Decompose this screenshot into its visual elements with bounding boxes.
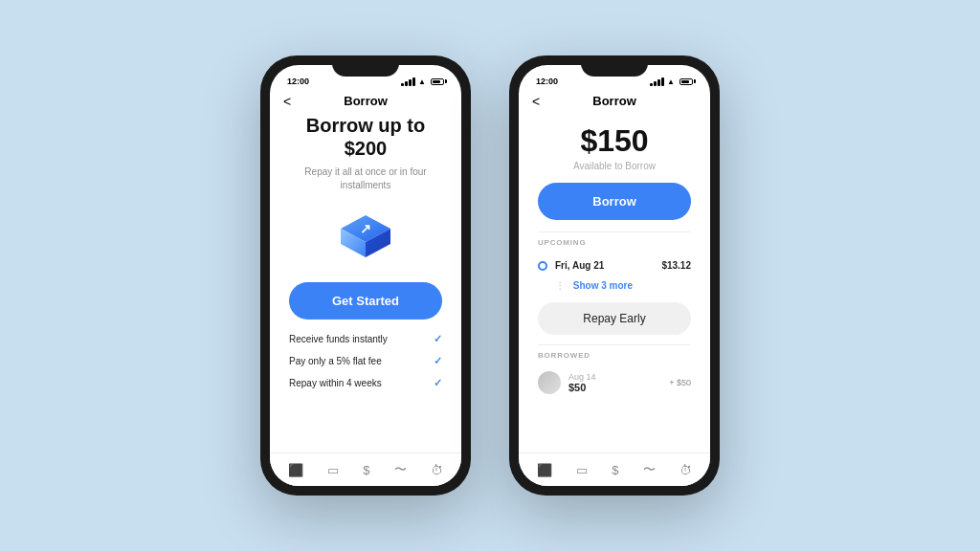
phone-1-screen: 12:00 ▲ < Borrow Borrow up to $200 [270, 65, 461, 486]
tab-card-1[interactable]: ▭ [327, 463, 339, 477]
nav-bar-2: < Borrow [519, 90, 710, 114]
borrow-subtext: Repay it all at once or in four installm… [289, 165, 442, 192]
borrow-arrow-icon: ↗ [335, 206, 396, 267]
tab-clock-1[interactable]: ⏱ [431, 463, 443, 477]
feature-check-3: ✓ [434, 377, 442, 389]
feature-label-3: Repay within 4 weeks [289, 378, 382, 388]
tab-chart-1[interactable]: 〜 [394, 461, 407, 478]
borrowed-date: Aug 14 [568, 372, 596, 382]
battery-fill-2 [681, 80, 689, 83]
borrow-amount: $150 [538, 123, 691, 159]
tab-chart-2[interactable]: 〜 [643, 461, 656, 478]
status-icons-1: ▲ [401, 77, 444, 86]
battery-icon-1 [431, 78, 444, 85]
back-button-2[interactable]: < [532, 94, 540, 109]
signal-3 [409, 79, 412, 86]
borrowed-label: BORROWED [519, 345, 710, 365]
borrowed-item: Aug 14 $50 + $50 [519, 365, 710, 400]
battery-fill-1 [433, 80, 440, 83]
signal-2-2 [654, 81, 657, 86]
borrowed-avatar [538, 371, 561, 394]
tab-bar-1: ⬛ ▭ $ 〜 ⏱ [270, 452, 461, 486]
phone-2: 12:00 ▲ < Borrow $150 Available [509, 55, 720, 496]
amount-section: $150 Available to Borrow [519, 114, 710, 183]
signal-2-1 [650, 83, 653, 86]
tab-clock-2[interactable]: ⏱ [679, 463, 692, 477]
borrowed-info: Aug 14 $50 [568, 372, 596, 393]
icon-arrow-symbol: ↗ [360, 221, 371, 236]
feature-label-2: Pay only a 5% flat fee [289, 356, 382, 366]
borrow-button[interactable]: Borrow [538, 183, 691, 220]
borrowed-left: Aug 14 $50 [538, 371, 596, 394]
show-more-text: Show 3 more [573, 280, 633, 291]
back-button-1[interactable]: < [283, 94, 291, 109]
status-icons-2: ▲ [650, 77, 693, 86]
signal-4 [412, 77, 415, 86]
signal-2-3 [657, 79, 660, 86]
upcoming-label: UPCOMING [519, 232, 710, 253]
tab-dollar-1[interactable]: $ [363, 463, 369, 477]
wifi-icon-1: ▲ [418, 77, 426, 86]
feature-label-1: Receive funds instantly [289, 334, 388, 344]
phone-1: 12:00 ▲ < Borrow Borrow up to $200 [260, 55, 471, 496]
wifi-icon-2: ▲ [667, 77, 675, 86]
tab-bar-2: ⬛ ▭ $ 〜 ⏱ [519, 452, 710, 486]
get-started-button[interactable]: Get Started [289, 282, 442, 320]
borrow-icon-container: ↗ [335, 206, 396, 267]
tab-home-2[interactable]: ⬛ [537, 463, 552, 477]
borrow-heading: Borrow up to $200 [289, 114, 442, 160]
signal-2 [405, 81, 408, 86]
dots-icon: ⋮ [555, 280, 565, 291]
upcoming-date: Fri, Aug 21 [555, 260, 604, 271]
borrow-btn-section: Borrow [519, 183, 710, 231]
nav-title-1: Borrow [344, 94, 388, 108]
signal-2-4 [661, 77, 664, 86]
notch-2 [581, 55, 648, 77]
borrowed-value: $50 [568, 382, 596, 393]
status-time-2: 12:00 [536, 77, 558, 86]
phone-2-screen: 12:00 ▲ < Borrow $150 Available [519, 65, 710, 486]
feature-list: Receive funds instantly ✓ Pay only a 5% … [289, 333, 442, 389]
nav-title-2: Borrow [592, 94, 636, 108]
signal-1 [401, 83, 404, 86]
feature-item-1: Receive funds instantly ✓ [289, 333, 442, 345]
tab-card-2[interactable]: ▭ [576, 463, 588, 477]
status-time-1: 12:00 [287, 77, 309, 86]
feature-item-3: Repay within 4 weeks ✓ [289, 377, 442, 389]
nav-bar-1: < Borrow [270, 90, 461, 114]
upcoming-item: Fri, Aug 21 $13.12 [519, 253, 710, 278]
phone1-content: Borrow up to $200 Repay it all at once o… [270, 114, 461, 452]
upcoming-amount: $13.12 [661, 260, 691, 271]
feature-check-2: ✓ [434, 355, 442, 367]
battery-icon-2 [679, 78, 693, 85]
repay-early-button[interactable]: Repay Early [538, 302, 691, 335]
tab-home-1[interactable]: ⬛ [288, 463, 303, 477]
amount-label: Available to Borrow [538, 161, 691, 171]
upcoming-circle-icon [538, 261, 547, 271]
notch-1 [332, 55, 399, 77]
tab-dollar-2[interactable]: $ [612, 463, 618, 477]
borrowed-change: + $50 [669, 378, 691, 387]
show-more-link[interactable]: ⋮ Show 3 more [519, 278, 710, 298]
upcoming-left: Fri, Aug 21 [538, 260, 604, 271]
feature-item-2: Pay only a 5% flat fee ✓ [289, 355, 442, 367]
feature-check-1: ✓ [434, 333, 442, 345]
